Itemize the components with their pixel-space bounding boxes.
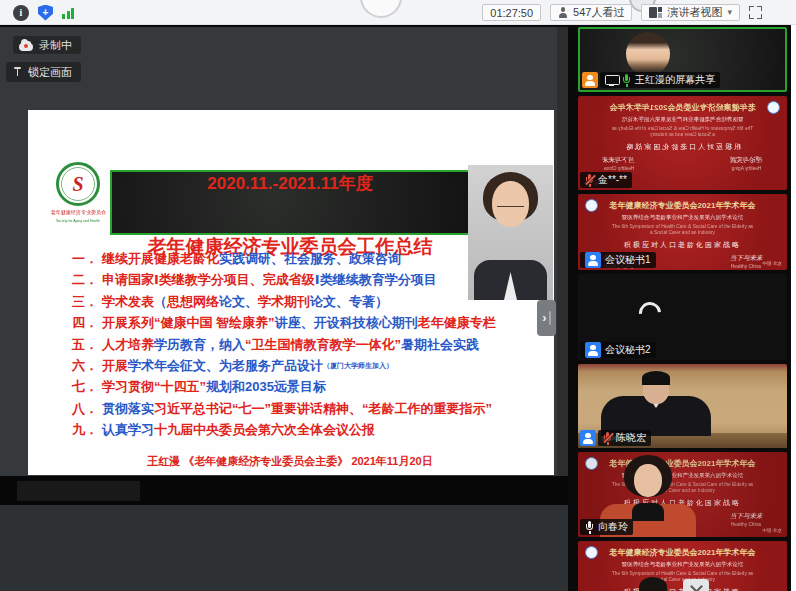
conference-logo-icon <box>585 457 598 470</box>
participant-hair <box>642 371 670 385</box>
member-orange-icon <box>582 72 598 88</box>
mic-muted-icon <box>603 432 612 445</box>
slide-text-segment: 论文、 <box>219 291 258 312</box>
shared-screen-stage: 录制中 锁定画面 S 老年健康经济专业委员会 Society for Aging… <box>0 25 568 591</box>
mic-on-icon <box>622 74 631 87</box>
meeting-window: i + 01:27:50 547人看过 演讲者视图 ▾ <box>0 0 796 591</box>
slide-list: 一．继续开展健康老龄化实践调研、社会服务、政策咨询二．申请国家Ⅰ类继教学分项目、… <box>72 248 548 441</box>
slide-item-number: 五． <box>72 334 102 355</box>
member-blue-icon <box>580 430 596 446</box>
conference-left-cn: 理论与实践 <box>728 156 765 165</box>
collapse-sidebar-button[interactable] <box>683 579 709 591</box>
slide-text-segment: 开展 <box>102 355 128 376</box>
slide-item: 五．人才培养学历教育，纳入“卫生国情教育教学一体化”暑期社会实践 <box>72 334 548 355</box>
conference-slide-columns: 理论与实践 Healthy Aging 当下与未来 Healthy China <box>578 156 787 171</box>
tile-label: 陈晓宏 <box>580 430 651 446</box>
network-signal-icon[interactable] <box>62 7 74 19</box>
video-tile-secretary1[interactable]: 老年健康经济专业委员会2021年学术年会 暨医养结合与老龄事业和产业发展第六届学… <box>578 194 787 270</box>
slide-item-number: 三． <box>72 291 102 312</box>
slide-text-segment: 学术发表 <box>102 291 154 312</box>
slide-text-segment: 贯彻落实 <box>102 398 154 419</box>
stage-bottom-area <box>0 505 568 591</box>
slide-item: 六．开展学术年会征文、为老服务产品设计 （厦门大学师生加入） <box>72 355 548 376</box>
photo-glasses <box>497 201 524 207</box>
conference-slide-subtitle-en: The 6th Symposium of Health Care & Socia… <box>599 482 766 493</box>
slide-text-segment: 思想网络 <box>167 291 219 312</box>
tile-label: 向春玲 <box>580 519 633 535</box>
conference-slide-subtitle: 暨医养结合与老龄事业和产业发展第六届学术论坛 <box>586 115 778 123</box>
slide-text-segment: 实践调研、社会服务、政策咨询 <box>219 248 401 269</box>
participants-sidebar: 王红漫的屏幕共享 老年健康经济专业委员会2021年学术年会 暨医养结合与老龄事业… <box>568 25 791 591</box>
slide-text-segment: 学历教育，纳入 <box>154 334 245 355</box>
mic-muted-icon <box>585 174 594 187</box>
stage-band-rect <box>17 481 140 501</box>
participant-face <box>634 464 662 497</box>
participant-name: 王红漫的屏幕共享 <box>635 73 715 87</box>
meeting-timer-value: 01:27:50 <box>490 7 533 19</box>
committee-logo-cn: 老年健康经济专业委员会 <box>51 209 106 216</box>
slide-text-segment: Ⅰ类继续教育学分项目 <box>315 269 437 290</box>
screenshare-icon <box>605 75 618 86</box>
slide-text-segment: 十九届中央委员会第六次全体会议公报 <box>154 419 375 440</box>
shield-protection-icon[interactable]: + <box>38 5 53 21</box>
fullscreen-button[interactable] <box>749 6 762 19</box>
slide-text-segment: 习近平总书记“七一”重要讲话精神、“老龄工作的重要指示” <box>154 398 492 419</box>
info-icon[interactable]: i <box>13 5 29 21</box>
video-tile-xiang[interactable]: 老年健康经济专业委员会2021年学术年会 暨医养结合与老龄事业和产业发展第六届学… <box>578 452 787 537</box>
slide-item-number: 四． <box>72 312 102 333</box>
committee-logo: S 老年健康经济专业委员会 Society for Aging and Heal… <box>40 162 116 224</box>
pin-icon <box>13 66 22 78</box>
participant-head <box>639 577 667 591</box>
view-mode-label: 演讲者视图 <box>667 5 722 20</box>
slide-text-segment: 学术年会征文、为老服务产品设计 <box>128 355 323 376</box>
lock-screen-button[interactable]: 锁定画面 <box>6 62 81 82</box>
recording-indicator: 录制中 <box>13 36 81 54</box>
committee-emblem-icon: S <box>56 162 100 206</box>
slide-text-segment: 继续开展健康老龄化 <box>102 248 219 269</box>
chevron-right-icon: › <box>542 311 546 324</box>
conference-corner-text: 中国·北京 <box>763 527 783 534</box>
slide-text-segment: “卫生国情教育教学一体化” <box>245 334 401 355</box>
tile-label: 王红漫的屏幕共享 <box>582 72 720 88</box>
conference-slide-strategy: 积极应对人口老龄化国家战略 <box>578 142 787 152</box>
slide-text-segment: 学术期刊 <box>258 291 310 312</box>
view-mode-button[interactable]: 演讲者视图 ▾ <box>641 4 740 21</box>
video-tile-jin[interactable]: 老年健康经济专业委员会2021年学术年会 暨医养结合与老龄事业和产业发展第六届学… <box>578 96 787 190</box>
slide-item-number: 八． <box>72 398 102 419</box>
slide-text-segment: （厦门大学师生加入） <box>323 355 393 376</box>
meeting-timer: 01:27:50 <box>482 4 541 21</box>
slide-text-segment: 讲座、开设科技核心期刊 <box>275 312 418 333</box>
presentation-slide: S 老年健康经济专业委员会 Society for Aging and Heal… <box>28 110 554 475</box>
sidebar-collapse-handle[interactable]: › <box>537 300 556 336</box>
slide-text-segment: 论文、专著） <box>310 291 388 312</box>
conference-slide-subtitle: 暨医养结合与老龄事业和产业发展第六届学术论坛 <box>586 560 778 568</box>
conference-corner-text: 中国·北京 <box>763 260 783 267</box>
conference-left-en: Healthy Aging <box>732 166 762 171</box>
recording-dot <box>24 44 28 48</box>
participant-name: 陈晓宏 <box>616 431 646 445</box>
slide-text-segment: 暑期社会实践 <box>401 334 479 355</box>
slide-text-segment: 学习贯彻“十四五” <box>102 376 206 397</box>
person-icon <box>558 7 568 18</box>
participant-name: 会议秘书1 <box>605 253 651 267</box>
video-tile-chen[interactable]: 陈晓宏 <box>578 364 787 448</box>
participant-avatar <box>626 32 670 76</box>
lock-screen-label: 锁定画面 <box>28 65 72 80</box>
viewers-count-button[interactable]: 547人看过 <box>550 4 632 21</box>
slide-text-segment: 老年健康专栏 <box>418 312 496 333</box>
conference-slide-title: 老年健康经济专业委员会2021年学术年会 <box>578 200 787 211</box>
conference-right-cn: 当下与未来 <box>727 254 765 263</box>
slide-item-number: 六． <box>72 355 102 376</box>
conference-right-cn: 当下与未来 <box>727 512 765 521</box>
viewers-count-label: 547人看过 <box>573 5 624 20</box>
slide-item-number: 二． <box>72 269 102 290</box>
mic-on-icon <box>585 521 594 534</box>
member-blue-icon <box>585 342 601 358</box>
video-tile-screenshare-owner[interactable]: 王红漫的屏幕共享 <box>578 27 787 92</box>
tile-label: 金**-** <box>580 172 632 188</box>
video-tile-secretary2[interactable]: 会议秘书2 <box>578 274 787 360</box>
slide-text-segment: 人才培养 <box>102 334 154 355</box>
slide-footer: 王红漫 《老年健康经济专业委员会主委》 2021年11月20日 <box>110 454 470 469</box>
conference-slide-subtitle: 暨医养结合与老龄事业和产业发展第六届学术论坛 <box>586 471 778 479</box>
conference-slide-subtitle: 暨医养结合与老龄事业和产业发展第六届学术论坛 <box>586 213 778 221</box>
